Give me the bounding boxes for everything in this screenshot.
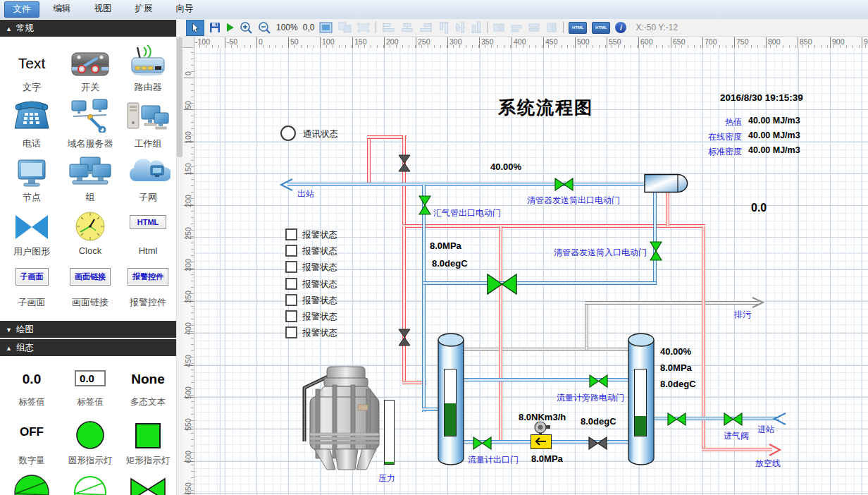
level-gauge-left[interactable]	[444, 369, 457, 436]
pipe-red-mid-drop[interactable]	[499, 226, 502, 442]
palette-item-subnet[interactable]	[120, 156, 176, 190]
align-right-icon[interactable]	[419, 20, 433, 35]
percent-top-value[interactable]: 40.00%	[490, 161, 521, 172]
palette-item-text[interactable]: Text	[4, 55, 60, 72]
pig-inlet-valve-label[interactable]: 清管器发送筒入口电动门	[554, 247, 647, 259]
pipe-vent-line[interactable]	[702, 448, 772, 451]
same-height-icon[interactable]	[510, 20, 523, 35]
meter-outlet-valve[interactable]	[473, 436, 492, 450]
header-outlet-motor-valve[interactable]	[418, 195, 431, 215]
palette-item-clock[interactable]	[62, 211, 118, 245]
pipe-red-left-leg[interactable]	[367, 137, 371, 183]
same-width-icon[interactable]	[492, 20, 505, 35]
pressure-gauge-label[interactable]: 压力	[378, 472, 395, 484]
pipe-blowdown-lower[interactable]	[463, 348, 629, 351]
section-drawing[interactable]: ▼绘图	[0, 321, 176, 338]
ungroup-icon[interactable]	[356, 20, 371, 35]
section-config[interactable]: ▲组态	[0, 339, 176, 356]
menu-view[interactable]: 视图	[86, 1, 120, 16]
palette-item-subscreen[interactable]: 子画面	[4, 268, 60, 286]
comm-status-indicator[interactable]	[280, 126, 296, 141]
flow-transmitter[interactable]	[533, 421, 552, 435]
temp-mid-value[interactable]: 8.0degC	[432, 258, 468, 269]
palette-item-multistate-text[interactable]: None	[120, 372, 176, 387]
palette-item-group[interactable]	[62, 156, 118, 191]
section-general[interactable]: ▲常规	[0, 20, 176, 37]
palette-item-user-graphic[interactable]	[4, 214, 60, 243]
zoom-out-icon[interactable]	[258, 20, 271, 35]
bypass-valve-label[interactable]: 流量计旁路电动门	[557, 392, 624, 404]
run-icon[interactable]	[225, 20, 235, 35]
align-middle-icon[interactable]	[454, 20, 466, 35]
zero-value[interactable]: 0.0	[751, 202, 767, 214]
zoom-in-icon[interactable]	[240, 20, 253, 35]
header-outlet-valve-label[interactable]: 汇气管出口电动门	[433, 207, 501, 219]
info-value[interactable]: 40.00 MJ/m3	[748, 130, 800, 140]
palette-item-valve-symbol[interactable]	[120, 477, 176, 495]
alarm-checkbox[interactable]	[285, 326, 297, 338]
pressure-right-value[interactable]: 8.0MPa	[660, 362, 692, 373]
flow-meter[interactable]	[531, 434, 552, 449]
palette-item-tag-value[interactable]: 0.0	[4, 372, 60, 387]
palette-item-phone[interactable]	[4, 99, 60, 137]
temp-right-value[interactable]: 8.0degC	[660, 379, 696, 389]
palette-item-digital[interactable]: OFF	[4, 425, 60, 439]
storage-tank-image[interactable]	[296, 358, 380, 471]
palette-item-html[interactable]: HTML	[120, 215, 176, 229]
save-icon[interactable]	[209, 20, 221, 35]
timestamp[interactable]: 2016/8/30 19:15:39	[720, 92, 803, 103]
alarm-checkbox[interactable]	[285, 261, 297, 273]
info-label[interactable]: 热值	[700, 116, 742, 128]
pig-outlet-motor-valve[interactable]	[554, 178, 574, 191]
palette-item-tag-value-box[interactable]: 0.0	[62, 370, 118, 386]
alarm-checkbox[interactable]	[285, 310, 297, 322]
info-value[interactable]: 40.00 MJ/m3	[748, 116, 800, 126]
menu-edit[interactable]: 编辑	[45, 1, 79, 16]
alarm-checkbox[interactable]	[285, 245, 297, 257]
pipe-blue-left-drop[interactable]	[422, 185, 426, 412]
palette-item-pump-outline[interactable]	[62, 475, 118, 495]
tank-outlet-valve[interactable]	[667, 412, 686, 426]
group-icon[interactable]	[337, 20, 352, 35]
align-top-icon[interactable]	[438, 20, 450, 35]
alarm-checkbox[interactable]	[285, 294, 297, 306]
meter-bypass-valve[interactable]	[589, 374, 608, 388]
pipe-blue-vessel-drop[interactable]	[653, 191, 657, 285]
pipe-red-top[interactable]	[367, 135, 407, 139]
flow-rate-value[interactable]: 8.0NKm3/h	[519, 412, 566, 422]
pipe-outlet-main[interactable]	[287, 183, 645, 186]
inlet-label[interactable]: 进站	[757, 424, 774, 436]
outlet-label[interactable]: 出站	[297, 188, 314, 200]
diagram-title[interactable]: 系统流程图	[498, 96, 593, 119]
info-label[interactable]: 在线密度	[700, 131, 742, 143]
inlet-valve-label[interactable]: 进气阀	[724, 430, 749, 442]
palette-item-switch[interactable]	[62, 49, 118, 82]
pointer-tool-button[interactable]	[186, 20, 204, 36]
html-preview-icon[interactable]: HTML	[592, 22, 610, 34]
html-export-icon[interactable]: HTML	[569, 22, 587, 34]
info-value[interactable]: 40.00 MJ/m3	[748, 145, 800, 155]
panel-icon[interactable]	[319, 20, 333, 35]
palette-item-rect-indicator[interactable]	[120, 422, 176, 452]
menu-extend[interactable]: 扩展	[127, 1, 161, 16]
sidebar-scrollbar-thumb[interactable]	[177, 37, 182, 157]
palette-item-router[interactable]	[120, 44, 176, 82]
pipe-red-vessel-drop[interactable]	[666, 191, 669, 226]
menu-wizard[interactable]: 向导	[168, 1, 202, 16]
pipe-blowdown-riser[interactable]	[585, 302, 588, 350]
alarm-checkbox[interactable]	[285, 228, 297, 240]
palette-item-round-indicator[interactable]	[62, 420, 118, 453]
pipe-red-down[interactable]	[402, 226, 406, 383]
pig-launcher-vessel[interactable]	[643, 173, 690, 193]
pig-inlet-motor-valve[interactable]	[650, 241, 662, 261]
palette-item-workgroup[interactable]	[120, 102, 176, 135]
palette-item-screen-link[interactable]: 画面链接	[62, 268, 118, 286]
meter-outlet-valve-label[interactable]: 流量计出口门	[468, 454, 519, 466]
inlet-gas-valve[interactable]	[724, 412, 743, 426]
align-center-icon[interactable]	[400, 20, 414, 35]
closed-valve-mid[interactable]	[398, 329, 411, 346]
palette-item-pump-filled[interactable]	[4, 473, 60, 495]
palette-item-node[interactable]	[4, 159, 60, 191]
vent-line-label[interactable]: 放空线	[755, 458, 781, 470]
palette-item-dns-server[interactable]	[62, 99, 118, 135]
